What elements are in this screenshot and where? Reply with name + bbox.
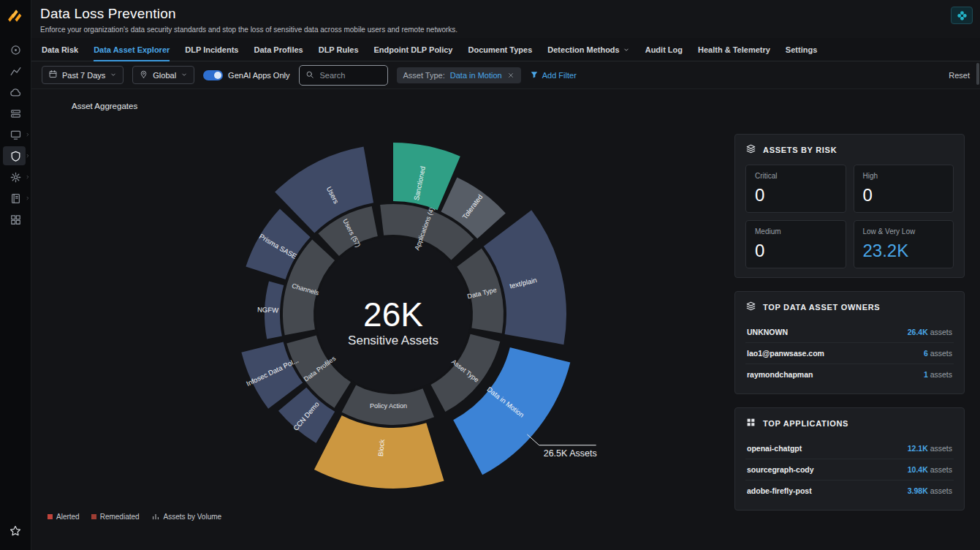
add-filter-button[interactable]: Add Filter — [530, 70, 577, 80]
chevron-right-icon — [25, 174, 31, 180]
sunburst-segment-ngfw[interactable] — [265, 281, 284, 339]
list-item-adobe-firefly-post[interactable]: adobe-firefly-post3.98K assets — [745, 481, 954, 501]
sunburst-chart[interactable]: Applications (4)Data TypeAsset TypePolic… — [31, 89, 756, 550]
grid-icon — [745, 417, 756, 428]
tile-label: Critical — [755, 172, 837, 180]
filter-funnel-icon — [530, 70, 539, 79]
sidebar-item-server[interactable] — [0, 103, 31, 124]
chip-value: Data in Motion — [450, 71, 502, 80]
card-header: TOP APPLICATIONS — [745, 417, 954, 429]
chevron-down-icon — [110, 71, 117, 78]
item-value: 12.1K assets — [908, 444, 952, 453]
search-box — [299, 65, 388, 86]
genai-apps-toggle[interactable]: GenAI Apps Only — [203, 70, 289, 80]
tab-label: Data Asset Explorer — [94, 45, 170, 54]
sidebar-item-activity[interactable] — [0, 61, 31, 81]
chevron-down-icon — [623, 46, 630, 53]
blocks-icon — [10, 214, 22, 226]
card-header: ASSETS BY RISK — [745, 143, 954, 156]
tab-bar: Data RiskData Asset ExplorerDLP Incident… — [31, 38, 980, 61]
sidebar-item-cloud[interactable] — [0, 82, 31, 102]
item-value: 1 assets — [924, 370, 952, 379]
main-region: Data Loss Prevention Enforce your organi… — [31, 0, 980, 550]
tab-audit-log[interactable]: Audit Log — [645, 38, 683, 61]
time-range-dropdown[interactable]: Past 7 Days — [42, 66, 124, 84]
search-input[interactable] — [319, 70, 381, 80]
chevron-right-icon — [25, 132, 31, 138]
tab-data-asset-explorer[interactable]: Data Asset Explorer — [94, 38, 170, 61]
risk-tile-low-very-low: Low & Very Low23.2K — [854, 220, 954, 268]
card-header: TOP DATA ASSET OWNERS — [745, 301, 954, 313]
tab-document-types[interactable]: Document Types — [468, 38, 532, 61]
tab-data-risk[interactable]: Data Risk — [42, 38, 78, 61]
tile-value: 0 — [755, 185, 837, 206]
item-name: lao1@panwsase.com — [747, 349, 824, 358]
tab-dlp-rules[interactable]: DLP Rules — [319, 38, 359, 61]
card-title: TOP DATA ASSET OWNERS — [763, 303, 880, 312]
ai-assistant-icon — [957, 10, 968, 21]
tab-data-profiles[interactable]: Data Profiles — [254, 38, 303, 61]
search-icon — [305, 70, 314, 79]
scope-value: Global — [153, 71, 176, 80]
stack-icon — [745, 143, 756, 154]
item-name: raymondchapman — [747, 370, 813, 379]
sidebar-item-dashboard[interactable] — [0, 39, 31, 60]
legend-item-assets-by-volume: Assets by Volume — [151, 512, 221, 521]
palo-alto-logo-icon[interactable] — [7, 7, 25, 28]
calendar-icon — [48, 69, 58, 79]
page-title: Data Loss Prevention — [40, 6, 980, 22]
tab-endpoint-dlp-policy[interactable]: Endpoint DLP Policy — [374, 38, 453, 61]
reset-button[interactable]: Reset — [949, 71, 970, 80]
tab-label: Document Types — [468, 45, 532, 54]
sidebar-nav — [0, 39, 31, 230]
list-item-unknown[interactable]: UNKNOWN26.4K assets — [745, 322, 954, 343]
tab-label: Settings — [786, 45, 817, 54]
time-range-value: Past 7 Days — [62, 71, 105, 80]
tab-label: DLP Incidents — [185, 45, 238, 54]
sidebar — [0, 0, 31, 550]
filter-chip-asset-type: Asset Type: Data in Motion — [397, 67, 521, 83]
tab-settings[interactable]: Settings — [786, 38, 817, 61]
toggle-track[interactable] — [203, 70, 223, 80]
sidebar-item-blocks[interactable] — [0, 209, 31, 230]
item-name: adobe-firefly-post — [747, 486, 812, 495]
list-item-openai-chatgpt[interactable]: openai-chatgpt12.1K assets — [745, 438, 954, 459]
risk-tile-high: High0 — [854, 165, 954, 213]
toggle-label: GenAI Apps Only — [228, 71, 289, 80]
star-icon — [10, 525, 21, 537]
item-value: 6 assets — [924, 349, 952, 358]
page-subtitle: Enforce your organization's data securit… — [40, 26, 980, 34]
tile-label: Low & Very Low — [863, 227, 945, 236]
chart-legend: AlertedRemediatedAssets by Volume — [48, 512, 221, 521]
chip-close-icon[interactable] — [507, 72, 514, 79]
scrollbar-thumb[interactable] — [976, 63, 979, 85]
tab-label: Endpoint DLP Policy — [374, 45, 453, 54]
sidebar-item-notebook[interactable] — [0, 188, 31, 208]
list-item-lao1-panwsase-com[interactable]: lao1@panwsase.com6 assets — [745, 343, 954, 364]
ai-assistant-button[interactable] — [951, 7, 973, 24]
cloud-icon — [10, 86, 22, 99]
sidebar-item-sparkle[interactable] — [0, 167, 31, 187]
callout-line — [527, 434, 596, 445]
scope-dropdown[interactable]: Global — [132, 66, 194, 84]
tab-label: DLP Rules — [319, 45, 359, 54]
sidebar-item-shield[interactable] — [0, 146, 31, 166]
chevron-right-icon — [25, 195, 31, 201]
tab-health-telemetry[interactable]: Health & Telemetry — [698, 38, 770, 61]
chevron-down-icon — [181, 71, 188, 78]
center-label: Sensitive Assets — [348, 334, 438, 347]
favorites-star-icon[interactable] — [10, 525, 21, 540]
tab-dlp-incidents[interactable]: DLP Incidents — [185, 38, 238, 61]
sidebar-item-monitor[interactable] — [0, 124, 31, 145]
item-value: 26.4K assets — [908, 328, 952, 336]
list-item-sourcegraph-cody[interactable]: sourcegraph-cody10.4K assets — [745, 459, 954, 481]
top-data-asset-owners-card: TOP DATA ASSET OWNERS UNKNOWN26.4K asset… — [734, 291, 965, 394]
activity-icon — [10, 65, 22, 78]
notebook-icon — [10, 192, 22, 205]
list-item-raymondchapman[interactable]: raymondchapman1 assets — [745, 364, 954, 385]
tile-value: 23.2K — [863, 241, 945, 261]
tab-detection-methods[interactable]: Detection Methods — [547, 38, 629, 61]
top-applications-card: TOP APPLICATIONS openai-chatgpt12.1K ass… — [734, 407, 965, 511]
sunburst-segment-block[interactable] — [314, 415, 444, 489]
stack-icon — [745, 301, 756, 312]
